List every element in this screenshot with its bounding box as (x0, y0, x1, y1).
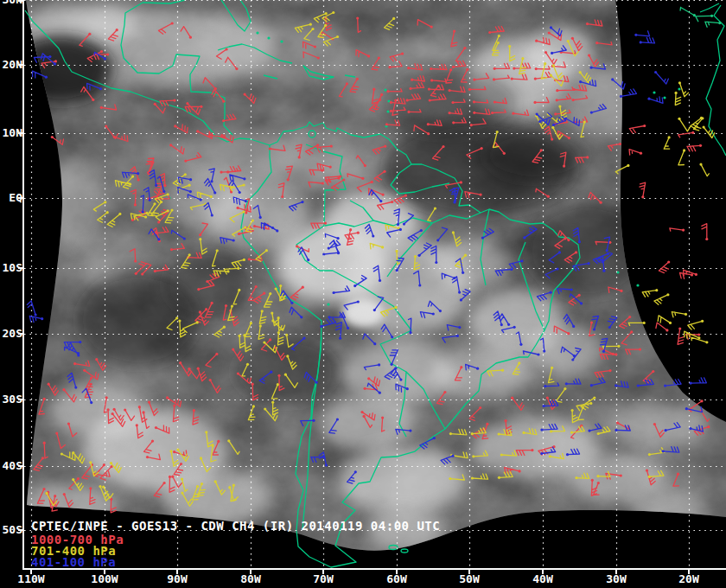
wind-barb-origin (55, 432, 58, 435)
wind-barb-origin (513, 326, 516, 329)
wind-barb-origin (339, 175, 341, 177)
wind-barb-origin (466, 68, 468, 71)
wind-barb-origin (332, 11, 334, 14)
wind-barb-origin (521, 57, 524, 60)
wind-barb-origin (328, 316, 330, 318)
wind-barb-origin (654, 71, 657, 74)
wind-barb-origin (154, 270, 156, 272)
longitude-label: 110W (12, 573, 50, 585)
wind-barb-origin (226, 48, 228, 50)
wind-barb-origin (181, 492, 183, 495)
wind-barb-origin (346, 82, 348, 85)
wind-barb-origin (237, 372, 239, 374)
wind-barb-origin (316, 144, 319, 146)
wind-barb-origin (429, 99, 431, 101)
wind-barb-origin (237, 207, 239, 209)
wind-barb-origin (329, 166, 332, 169)
wind-barb-origin (77, 354, 80, 356)
wind-barb-origin (252, 219, 254, 221)
wind-barb-origin (567, 239, 570, 241)
wind-barb-origin (54, 62, 56, 65)
wind-barb-origin (678, 118, 680, 120)
longitude-label: 100W (86, 573, 124, 585)
wind-barb-origin (503, 152, 506, 155)
wind-barb-origin (42, 488, 45, 490)
wind-barb-origin (100, 50, 103, 53)
wind-barb-origin (567, 40, 570, 42)
wind-barb-origin (99, 87, 102, 90)
wind-barb-origin (394, 99, 397, 102)
wind-barb-origin (505, 419, 507, 422)
wind-barb-origin (336, 35, 339, 38)
wind-barb-origin (215, 353, 218, 355)
wind-barb-origin (271, 401, 274, 404)
wind-barb-origin (269, 338, 271, 341)
wind-barb-origin (298, 156, 301, 158)
longitude-label: 80W (232, 573, 270, 585)
wind-barb-origin (548, 31, 551, 34)
wind-barb-origin (243, 183, 245, 186)
wind-barb-origin (330, 145, 333, 148)
wind-barb-origin (678, 328, 681, 330)
wind-barb-origin (339, 337, 341, 340)
wind-barb-origin (464, 254, 467, 257)
wind-barb-origin (579, 80, 582, 83)
wind-barb-origin (456, 335, 459, 337)
wind-barb-origin (458, 291, 461, 294)
wind-barb-origin (199, 233, 201, 236)
wind-barb-origin (572, 325, 575, 328)
wind-barb-origin (349, 228, 352, 231)
wind-barb-origin (184, 173, 187, 176)
wind-barb-origin (228, 486, 231, 489)
wind-barb-origin (357, 300, 360, 303)
wind-barb-origin (558, 105, 561, 108)
wind-barb-origin (399, 228, 402, 231)
wind-barb-origin (498, 35, 500, 37)
wind-barb-origin (265, 249, 268, 252)
wind-barb-origin (315, 381, 318, 384)
wind-barb-origin (353, 284, 356, 287)
wind-barb-origin (103, 463, 105, 466)
wind-barb-origin (428, 88, 430, 91)
wind-barb-origin (264, 407, 266, 410)
wind-barb-origin (205, 431, 207, 433)
longitude-label: 20W (670, 573, 708, 585)
wind-barb-origin (149, 199, 151, 201)
map-canvas (0, 0, 726, 588)
latitude-label: 30N (0, 0, 22, 6)
wind-barb-origin (186, 102, 188, 105)
wind-barb-origin (401, 53, 404, 55)
wind-barb-origin (41, 317, 43, 320)
wind-barb-origin (590, 384, 593, 387)
wind-barb-origin (116, 29, 118, 31)
wind-barb-origin (48, 383, 50, 386)
wind-barb-origin (390, 110, 392, 112)
wind-barb-origin (570, 431, 573, 434)
wind-barb-origin (451, 101, 454, 104)
wind-barb-origin (388, 66, 391, 68)
wind-barb-origin (90, 376, 92, 379)
wind-barb-origin (493, 78, 495, 80)
wind-barb-origin (486, 423, 488, 425)
wind-barb-origin (497, 42, 500, 44)
wind-barb-origin (550, 26, 552, 29)
wind-barb-origin (276, 229, 278, 232)
wind-barb-origin (683, 149, 685, 151)
wind-barb-origin (189, 36, 192, 39)
wind-barb-origin (269, 292, 271, 295)
wind-barb-origin (134, 259, 137, 262)
wind-barb-origin (535, 40, 538, 42)
wind-barb-origin (556, 89, 558, 92)
wind-barb-origin (611, 78, 614, 80)
wind-barb-origin (436, 239, 439, 241)
wind-barb-origin (134, 203, 137, 206)
wind-barb-origin (136, 424, 138, 426)
wind-barb-origin (238, 233, 240, 235)
wind-barb-origin (129, 182, 131, 185)
wind-barb-origin (325, 12, 328, 15)
wind-barb-origin (544, 51, 547, 54)
island-marker (678, 87, 680, 90)
wind-barb-origin (678, 81, 681, 84)
wind-barb-origin (540, 429, 543, 431)
wind-barb-origin (170, 248, 173, 251)
